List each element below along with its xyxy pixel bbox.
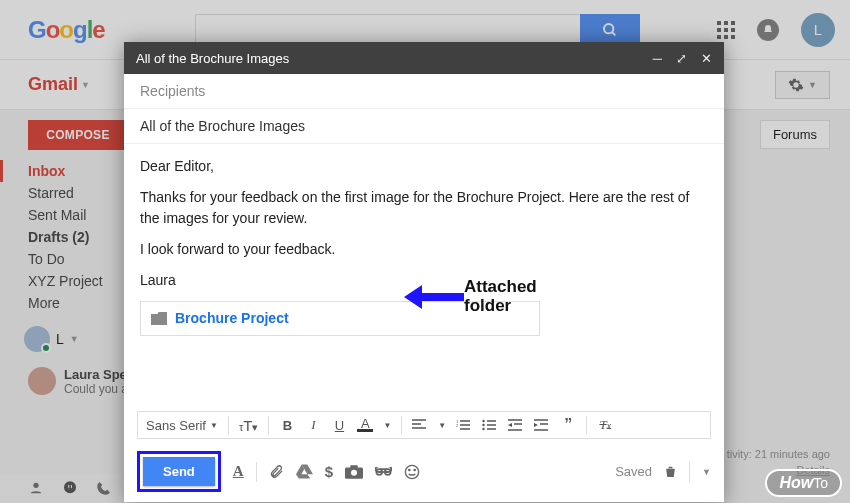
compose-titlebar[interactable]: All of the Brochure Images ─ ⤢ ✕ bbox=[124, 42, 724, 74]
send-button[interactable]: Send bbox=[143, 457, 215, 486]
svg-rect-6 bbox=[724, 28, 728, 32]
indent-more-button[interactable] bbox=[534, 419, 550, 431]
format-toggle-button[interactable]: A bbox=[233, 463, 244, 480]
compose-title: All of the Brochure Images bbox=[136, 51, 289, 66]
more-options-icon[interactable]: ▼ bbox=[702, 467, 711, 477]
hangouts-icon[interactable] bbox=[62, 480, 78, 496]
badge-to: To bbox=[813, 475, 828, 491]
font-size-button[interactable]: τT▾ bbox=[239, 417, 259, 434]
svg-rect-2 bbox=[717, 21, 721, 25]
link-icon[interactable] bbox=[375, 467, 392, 477]
folder-icon bbox=[151, 312, 167, 325]
saved-label: Saved bbox=[615, 464, 652, 479]
svg-point-0 bbox=[604, 24, 613, 33]
font-label: Sans Serif bbox=[146, 418, 206, 433]
body-paragraph: I look forward to your feedback. bbox=[140, 239, 708, 260]
howto-watermark: HowTo bbox=[765, 469, 842, 497]
search-input[interactable] bbox=[195, 14, 580, 46]
caret-down-icon: ▼ bbox=[70, 334, 79, 344]
search-icon bbox=[602, 22, 618, 38]
svg-point-39 bbox=[405, 465, 418, 478]
underline-button[interactable]: U bbox=[331, 418, 347, 433]
svg-point-23 bbox=[483, 424, 485, 426]
svg-rect-10 bbox=[731, 35, 735, 39]
compose-footer: Send A $ Saved ▼ bbox=[124, 443, 724, 502]
svg-rect-5 bbox=[717, 28, 721, 32]
body-greeting: Dear Editor, bbox=[140, 156, 708, 177]
gmail-dropdown[interactable]: Gmail ▼ bbox=[28, 74, 90, 95]
minimize-icon[interactable]: ─ bbox=[653, 51, 662, 66]
compose-window: All of the Brochure Images ─ ⤢ ✕ Recipie… bbox=[124, 42, 724, 502]
account-avatar[interactable]: L bbox=[801, 13, 835, 47]
bullet-list-button[interactable] bbox=[482, 419, 498, 431]
svg-rect-9 bbox=[724, 35, 728, 39]
svg-rect-3 bbox=[724, 21, 728, 25]
arrow-left-icon bbox=[404, 283, 464, 311]
settings-button[interactable]: ▼ bbox=[775, 71, 830, 99]
svg-point-21 bbox=[483, 420, 485, 422]
annotation-text: Attached folder bbox=[464, 278, 537, 315]
money-icon[interactable]: $ bbox=[325, 463, 333, 480]
svg-point-40 bbox=[409, 469, 410, 470]
photo-icon[interactable] bbox=[345, 465, 363, 479]
text-color-button[interactable]: A bbox=[357, 418, 373, 433]
search-wrap bbox=[195, 14, 640, 46]
attach-icon[interactable] bbox=[269, 463, 284, 480]
caret-down-icon: ▼ bbox=[81, 80, 90, 90]
body-paragraph: Thanks for your feedback on the first im… bbox=[140, 187, 708, 229]
compose-button[interactable]: COMPOSE bbox=[28, 120, 128, 150]
google-logo[interactable]: Google bbox=[28, 16, 105, 44]
category-tabs: Forums bbox=[760, 120, 830, 149]
close-icon[interactable]: ✕ bbox=[701, 51, 712, 66]
send-highlight: Send bbox=[137, 451, 221, 492]
italic-button[interactable]: I bbox=[305, 417, 321, 433]
svg-line-1 bbox=[612, 32, 615, 35]
badge-how: How bbox=[779, 474, 813, 491]
compose-body[interactable]: Dear Editor, Thanks for your feedback on… bbox=[124, 144, 724, 405]
recipients-field[interactable]: Recipients bbox=[124, 74, 724, 109]
person-icon[interactable] bbox=[28, 480, 44, 496]
discard-icon[interactable] bbox=[664, 464, 677, 479]
svg-point-11 bbox=[33, 483, 38, 488]
svg-point-12 bbox=[64, 481, 76, 493]
avatar-icon bbox=[28, 367, 56, 395]
tab-forums[interactable]: Forums bbox=[761, 121, 829, 148]
presence-dot-icon bbox=[41, 343, 51, 353]
font-family-select[interactable]: Sans Serif ▼ bbox=[146, 418, 218, 433]
svg-point-35 bbox=[351, 469, 357, 475]
caret-down-icon: ▼ bbox=[808, 80, 817, 90]
emoji-icon[interactable] bbox=[404, 464, 420, 480]
svg-rect-4 bbox=[731, 21, 735, 25]
svg-rect-34 bbox=[350, 465, 358, 469]
align-button[interactable] bbox=[412, 419, 428, 431]
attachment-name: Brochure Project bbox=[175, 308, 289, 329]
notifications-icon[interactable] bbox=[757, 19, 779, 41]
formatting-toolbar: Sans Serif ▼ τT▾ B I U A▼ ▼ 12 ” Tx bbox=[137, 411, 711, 439]
svg-rect-8 bbox=[717, 35, 721, 39]
avatar-icon bbox=[24, 326, 50, 352]
tutorial-annotation: Attached folder bbox=[404, 278, 537, 315]
svg-point-41 bbox=[414, 469, 415, 470]
drive-icon[interactable] bbox=[296, 464, 313, 479]
header-right: L bbox=[717, 13, 835, 47]
activity-line: tivity: 21 minutes ago bbox=[727, 447, 830, 462]
svg-text:2: 2 bbox=[456, 423, 459, 428]
svg-point-25 bbox=[483, 428, 485, 430]
search-button[interactable] bbox=[580, 14, 640, 46]
gmail-label: Gmail bbox=[28, 74, 78, 95]
apps-icon[interactable] bbox=[717, 21, 735, 39]
quote-button[interactable]: ” bbox=[560, 416, 576, 434]
indent-less-button[interactable] bbox=[508, 419, 524, 431]
svg-rect-7 bbox=[731, 28, 735, 32]
phone-icon[interactable] bbox=[96, 481, 111, 496]
expand-icon[interactable]: ⤢ bbox=[676, 51, 687, 66]
subject-field[interactable]: All of the Brochure Images bbox=[124, 109, 724, 144]
numbered-list-button[interactable]: 12 bbox=[456, 419, 472, 431]
hangout-name: L bbox=[56, 331, 64, 347]
gear-icon bbox=[788, 77, 804, 93]
clear-format-button[interactable]: Tx bbox=[597, 417, 613, 433]
bold-button[interactable]: B bbox=[279, 418, 295, 433]
